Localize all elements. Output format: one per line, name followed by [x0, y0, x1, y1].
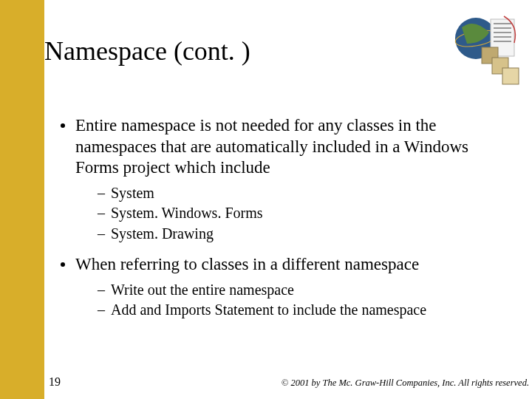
slide-body: Namespace (cont. ) Entire namespace is n… — [44, 0, 532, 399]
bullet-text: When referring to classes in a different… — [75, 254, 419, 276]
dash-icon: – — [98, 280, 105, 301]
sidebar-accent — [0, 0, 44, 399]
dash-icon: – — [98, 224, 105, 245]
sub-bullet-text: Add and Imports Statement to include the… — [111, 300, 426, 321]
bullet-text: Entire namespace is not needed for any c… — [75, 115, 513, 179]
dash-icon: – — [98, 203, 105, 224]
copyright-text: © 2001 by The Mc. Graw-Hill Companies, I… — [282, 378, 529, 389]
sub-bullet-text: System — [111, 183, 154, 204]
sub-bullet-item: – System. Windows. Forms — [98, 203, 513, 224]
bullet-item: When referring to classes in a different… — [61, 254, 513, 276]
sub-bullet-item: – System. Drawing — [98, 224, 513, 245]
bullet-dot-icon — [61, 123, 65, 128]
dash-icon: – — [98, 300, 105, 321]
sub-bullet-text: Write out the entire namespace — [111, 280, 294, 301]
sub-bullet-text: System. Drawing — [111, 224, 214, 245]
svg-rect-10 — [502, 68, 519, 84]
sub-bullet-item: – Add and Imports Statement to include t… — [98, 300, 513, 321]
slide-content: Entire namespace is not needed for any c… — [61, 115, 513, 331]
bullet-item: Entire namespace is not needed for any c… — [61, 115, 513, 179]
bullet-dot-icon — [61, 262, 65, 267]
sub-bullet-text: System. Windows. Forms — [111, 203, 263, 224]
corner-graphic — [437, 3, 526, 92]
sub-bullet-item: – Write out the entire namespace — [98, 280, 513, 301]
dash-icon: – — [98, 183, 105, 204]
sub-bullet-item: – System — [98, 183, 513, 204]
page-number: 19 — [49, 375, 61, 389]
slide-title: Namespace (cont. ) — [44, 35, 250, 66]
sub-bullet-group: – System – System. Windows. Forms – Syst… — [98, 183, 513, 245]
sub-bullet-group: – Write out the entire namespace – Add a… — [98, 280, 513, 321]
